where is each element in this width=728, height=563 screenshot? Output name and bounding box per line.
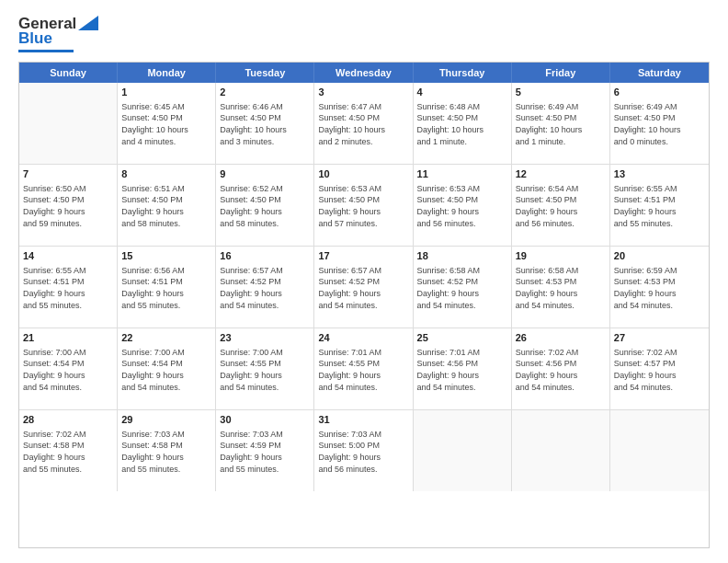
day-number: 16 (220, 249, 310, 263)
cell-info: Sunrise: 6:56 AM Sunset: 4:51 PM Dayligh… (121, 265, 211, 311)
calendar-cell (610, 410, 709, 491)
logo-underline (18, 50, 74, 52)
calendar-row: 1Sunrise: 6:45 AM Sunset: 4:50 PM Daylig… (19, 83, 709, 165)
day-number: 15 (121, 249, 211, 263)
calendar-body: 1Sunrise: 6:45 AM Sunset: 4:50 PM Daylig… (19, 83, 709, 491)
page: General Blue SundayMondayTuesdayWednesda… (0, 0, 728, 563)
calendar-cell (512, 410, 610, 491)
cell-info: Sunrise: 7:01 AM Sunset: 4:56 PM Dayligh… (417, 347, 507, 393)
day-number: 30 (220, 413, 310, 427)
day-number: 19 (516, 249, 606, 263)
weekday-header: Tuesday (216, 63, 314, 83)
calendar-cell: 6Sunrise: 6:49 AM Sunset: 4:50 PM Daylig… (610, 83, 709, 164)
calendar-cell: 3Sunrise: 6:47 AM Sunset: 4:50 PM Daylig… (314, 83, 413, 164)
day-number: 20 (614, 249, 705, 263)
day-number: 23 (220, 331, 310, 345)
day-number: 12 (516, 167, 606, 181)
cell-info: Sunrise: 6:48 AM Sunset: 4:50 PM Dayligh… (417, 101, 507, 147)
calendar-row: 7Sunrise: 6:50 AM Sunset: 4:50 PM Daylig… (19, 165, 709, 247)
day-number: 7 (23, 167, 113, 181)
calendar-row: 21Sunrise: 7:00 AM Sunset: 4:54 PM Dayli… (19, 328, 709, 410)
cell-info: Sunrise: 6:58 AM Sunset: 4:52 PM Dayligh… (417, 265, 507, 311)
calendar-cell: 20Sunrise: 6:59 AM Sunset: 4:53 PM Dayli… (610, 247, 709, 327)
calendar-row: 28Sunrise: 7:02 AM Sunset: 4:58 PM Dayli… (19, 410, 709, 491)
calendar-cell: 27Sunrise: 7:02 AM Sunset: 4:57 PM Dayli… (610, 328, 709, 409)
calendar-cell: 10Sunrise: 6:53 AM Sunset: 4:50 PM Dayli… (314, 165, 413, 246)
logo-blue: Blue (18, 29, 52, 47)
cell-info: Sunrise: 6:47 AM Sunset: 4:50 PM Dayligh… (318, 101, 408, 147)
cell-info: Sunrise: 6:50 AM Sunset: 4:50 PM Dayligh… (23, 183, 113, 229)
day-number: 31 (318, 413, 408, 427)
day-number: 25 (417, 331, 507, 345)
calendar-cell: 30Sunrise: 7:03 AM Sunset: 4:59 PM Dayli… (216, 410, 314, 491)
calendar-cell: 9Sunrise: 6:52 AM Sunset: 4:50 PM Daylig… (216, 165, 314, 246)
calendar-cell: 26Sunrise: 7:02 AM Sunset: 4:56 PM Dayli… (512, 328, 610, 409)
weekday-header: Sunday (19, 63, 118, 83)
cell-info: Sunrise: 6:49 AM Sunset: 4:50 PM Dayligh… (516, 101, 606, 147)
day-number: 8 (121, 167, 211, 181)
calendar-cell: 7Sunrise: 6:50 AM Sunset: 4:50 PM Daylig… (19, 165, 118, 246)
calendar-cell: 31Sunrise: 7:03 AM Sunset: 5:00 PM Dayli… (314, 410, 413, 491)
day-number: 28 (23, 413, 113, 427)
day-number: 3 (318, 86, 408, 99)
cell-info: Sunrise: 7:01 AM Sunset: 4:55 PM Dayligh… (318, 347, 408, 393)
cell-info: Sunrise: 6:59 AM Sunset: 4:53 PM Dayligh… (614, 265, 705, 311)
day-number: 24 (318, 331, 408, 345)
calendar-cell: 24Sunrise: 7:01 AM Sunset: 4:55 PM Dayli… (314, 328, 413, 409)
cell-info: Sunrise: 7:03 AM Sunset: 5:00 PM Dayligh… (318, 429, 408, 475)
day-number: 6 (614, 86, 705, 99)
calendar-cell: 15Sunrise: 6:56 AM Sunset: 4:51 PM Dayli… (118, 247, 216, 327)
day-number: 1 (121, 86, 211, 99)
day-number: 22 (121, 331, 211, 345)
calendar-cell: 17Sunrise: 6:57 AM Sunset: 4:52 PM Dayli… (314, 247, 413, 327)
cell-info: Sunrise: 7:02 AM Sunset: 4:58 PM Dayligh… (23, 429, 113, 475)
logo: General Blue (18, 15, 98, 52)
cell-info: Sunrise: 6:49 AM Sunset: 4:50 PM Dayligh… (614, 101, 705, 147)
weekday-header: Monday (118, 63, 216, 83)
cell-info: Sunrise: 6:55 AM Sunset: 4:51 PM Dayligh… (23, 265, 113, 311)
calendar-cell: 14Sunrise: 6:55 AM Sunset: 4:51 PM Dayli… (19, 247, 118, 327)
header: General Blue (18, 15, 710, 52)
calendar: SundayMondayTuesdayWednesdayThursdayFrid… (18, 62, 710, 548)
cell-info: Sunrise: 7:00 AM Sunset: 4:55 PM Dayligh… (220, 347, 310, 393)
cell-info: Sunrise: 6:54 AM Sunset: 4:50 PM Dayligh… (516, 183, 606, 229)
weekday-header: Friday (512, 63, 610, 83)
day-number: 10 (318, 167, 408, 181)
cell-info: Sunrise: 6:51 AM Sunset: 4:50 PM Dayligh… (121, 183, 211, 229)
weekday-header: Saturday (610, 63, 709, 83)
calendar-cell: 19Sunrise: 6:58 AM Sunset: 4:53 PM Dayli… (512, 247, 610, 327)
day-number: 11 (417, 167, 507, 181)
cell-info: Sunrise: 6:46 AM Sunset: 4:50 PM Dayligh… (220, 101, 310, 147)
cell-info: Sunrise: 6:53 AM Sunset: 4:50 PM Dayligh… (417, 183, 507, 229)
cell-info: Sunrise: 7:02 AM Sunset: 4:57 PM Dayligh… (614, 347, 705, 393)
calendar-cell: 1Sunrise: 6:45 AM Sunset: 4:50 PM Daylig… (118, 83, 216, 164)
day-number: 18 (417, 249, 507, 263)
calendar-cell: 13Sunrise: 6:55 AM Sunset: 4:51 PM Dayli… (610, 165, 709, 246)
cell-info: Sunrise: 6:55 AM Sunset: 4:51 PM Dayligh… (614, 183, 705, 229)
calendar-cell: 4Sunrise: 6:48 AM Sunset: 4:50 PM Daylig… (414, 83, 512, 164)
calendar-header: SundayMondayTuesdayWednesdayThursdayFrid… (19, 63, 709, 83)
day-number: 9 (220, 167, 310, 181)
calendar-cell: 22Sunrise: 7:00 AM Sunset: 4:54 PM Dayli… (118, 328, 216, 409)
calendar-cell: 29Sunrise: 7:03 AM Sunset: 4:58 PM Dayli… (118, 410, 216, 491)
weekday-header: Wednesday (314, 63, 413, 83)
day-number: 27 (614, 331, 705, 345)
svg-marker-0 (78, 16, 98, 30)
day-number: 14 (23, 249, 113, 263)
day-number: 17 (318, 249, 408, 263)
calendar-cell: 28Sunrise: 7:02 AM Sunset: 4:58 PM Dayli… (19, 410, 118, 491)
calendar-cell: 18Sunrise: 6:58 AM Sunset: 4:52 PM Dayli… (414, 247, 512, 327)
calendar-cell: 16Sunrise: 6:57 AM Sunset: 4:52 PM Dayli… (216, 247, 314, 327)
day-number: 29 (121, 413, 211, 427)
calendar-cell: 23Sunrise: 7:00 AM Sunset: 4:55 PM Dayli… (216, 328, 314, 409)
day-number: 2 (220, 86, 310, 99)
calendar-cell: 5Sunrise: 6:49 AM Sunset: 4:50 PM Daylig… (512, 83, 610, 164)
cell-info: Sunrise: 6:58 AM Sunset: 4:53 PM Dayligh… (516, 265, 606, 311)
cell-info: Sunrise: 6:45 AM Sunset: 4:50 PM Dayligh… (121, 101, 211, 147)
cell-info: Sunrise: 6:52 AM Sunset: 4:50 PM Dayligh… (220, 183, 310, 229)
cell-info: Sunrise: 6:53 AM Sunset: 4:50 PM Dayligh… (318, 183, 408, 229)
calendar-cell (414, 410, 512, 491)
day-number: 21 (23, 331, 113, 345)
day-number: 4 (417, 86, 507, 99)
calendar-row: 14Sunrise: 6:55 AM Sunset: 4:51 PM Dayli… (19, 247, 709, 328)
